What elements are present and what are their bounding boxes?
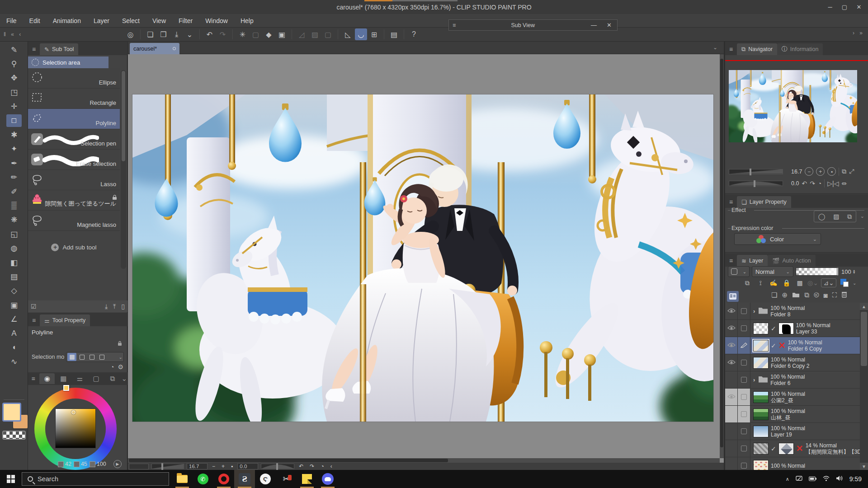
mode-subtract-icon[interactable] — [87, 353, 96, 361]
airbrush-tool-icon[interactable]: ▒ — [6, 199, 22, 212]
layer-thumbnail-checker[interactable] — [753, 323, 769, 334]
tab-tool-property[interactable]: ⚌ Tool Property — [40, 314, 90, 326]
snap-off-icon[interactable]: ◿ — [296, 28, 308, 40]
menu-layer[interactable]: Layer — [87, 14, 116, 28]
main-color-swatch[interactable] — [2, 403, 21, 422]
subtool-scrollbar[interactable] — [121, 70, 126, 269]
statusbar-collapse-button[interactable]: ‹ — [329, 463, 334, 469]
battery-icon[interactable] — [809, 476, 816, 483]
taskbar-app-whatsapp[interactable]: ✆ — [193, 470, 213, 488]
snap-area-icon[interactable]: ▢ — [322, 28, 334, 40]
new-layer-dialog-icon[interactable]: ⊕ — [782, 291, 788, 299]
color-menu-icon[interactable]: ≡ — [28, 373, 38, 385]
frame-tool-icon[interactable]: ▣ — [6, 299, 22, 311]
subtool-item-3[interactable]: Polyline — [28, 109, 120, 129]
lock-layer-icon[interactable]: 🔒 — [782, 278, 792, 287]
nav-rotate-reset-icon[interactable]: ◔ — [818, 180, 821, 187]
wrench-icon[interactable]: ⚙ — [118, 363, 123, 371]
lock-transparent-icon[interactable]: ▩ — [795, 278, 805, 287]
subtool-item-8[interactable]: Magnetic lasso — [28, 211, 120, 231]
decoration-tool-icon[interactable]: ❋ — [6, 214, 22, 226]
opacity-value[interactable]: 100 ▲▼ — [841, 268, 856, 275]
visibility-cell[interactable] — [725, 423, 738, 440]
navigator-menu-icon[interactable]: ≡ — [725, 43, 737, 55]
flip-horizontal-icon[interactable]: ▷|◁ — [827, 180, 839, 187]
line-correct-tool-icon[interactable]: ∿ — [6, 356, 22, 368]
fit-to-screen-icon[interactable]: ⧉ — [842, 168, 846, 175]
mode-new-icon[interactable] — [67, 353, 76, 361]
layer-scrollbar[interactable]: ▲ ▼ — [860, 303, 868, 470]
menu-view[interactable]: View — [146, 14, 172, 28]
subview-close-icon[interactable]: ✕ — [601, 22, 617, 28]
reference-layer-icon[interactable]: ⟟ — [755, 278, 765, 287]
start-button[interactable] — [0, 470, 22, 488]
eyedropper-tool-icon[interactable]: ✦ — [6, 143, 22, 155]
csp-home-icon[interactable]: ◎ — [124, 28, 137, 40]
maximize-button[interactable]: ▢ — [838, 2, 851, 13]
opacity-slider[interactable] — [796, 267, 839, 276]
new-raster-layer-icon[interactable]: ❏ — [771, 291, 777, 299]
transparent-color-swatch[interactable] — [2, 431, 26, 440]
fit-to-window-icon[interactable]: ⤢ — [849, 168, 854, 175]
close-button[interactable]: ✕ — [853, 2, 865, 13]
layer-thumbnail-flower[interactable] — [753, 460, 769, 470]
visibility-cell[interactable] — [725, 354, 738, 371]
move-layer-tool-icon[interactable]: ✛ — [6, 100, 22, 113]
layer-row-6[interactable]: 100 % Normal公園2_昼 — [725, 389, 860, 406]
gradient-tool-icon[interactable]: ▤ — [6, 270, 22, 283]
layerproperty-menu-icon[interactable]: ≡ — [725, 196, 737, 208]
expression-color-dropdown[interactable]: Color ⌄ — [734, 233, 821, 245]
scroll-up-icon[interactable]: ▲ — [860, 303, 868, 310]
snap-grid-icon[interactable]: ⊞ — [368, 28, 380, 40]
layer-thumbnail-forest[interactable] — [753, 408, 769, 420]
reselect-icon[interactable]: ▢ — [250, 28, 262, 40]
blend-tool-icon[interactable]: ◍ — [6, 242, 22, 255]
visibility-cell[interactable] — [725, 389, 738, 405]
tab-list-chevron-icon[interactable]: ⌄ — [713, 44, 717, 51]
nav-zoom-reset-button[interactable]: ▪ — [827, 167, 836, 176]
tab-information[interactable]: ⓘInformation — [777, 43, 823, 55]
canvas-rotation-value[interactable]: 0.0 — [237, 463, 258, 469]
add-sub-tool-button[interactable]: + Add sub tool — [28, 240, 120, 254]
tab-color-set[interactable]: ▦ — [56, 373, 71, 384]
visibility-cell[interactable] — [725, 320, 738, 337]
snap-angle-icon[interactable]: ▨ — [309, 28, 321, 40]
speaker-icon[interactable] — [836, 475, 843, 483]
navigator-rotation-slider[interactable] — [729, 181, 783, 186]
navigator-zoom-slider[interactable] — [729, 169, 783, 174]
auto-select-tool-icon[interactable]: ✱ — [6, 128, 22, 141]
tablet-pen-icon[interactable] — [796, 475, 802, 483]
eraser-tool-icon[interactable]: ◱ — [6, 228, 22, 240]
opacity-spinner[interactable]: ▲▼ — [853, 269, 856, 274]
color-panel-expand-icon[interactable]: ▶ — [113, 460, 122, 468]
canvas-rotation-slider[interactable] — [261, 464, 294, 469]
redo-icon[interactable]: ↷ — [217, 28, 229, 40]
canvas-horizontal-scrollbar[interactable] — [128, 458, 720, 463]
taskbar-app-clip-studio[interactable]: Ϛ — [255, 470, 276, 488]
save-chevron-icon[interactable]: ⌄ — [184, 28, 196, 40]
taskbar-app-sticky-notes[interactable] — [297, 470, 317, 488]
draw-target-cell[interactable] — [738, 440, 750, 457]
menu-select[interactable]: Select — [116, 14, 146, 28]
subtool-item-7[interactable]: 隙間無く囲って塗るツール — [28, 190, 120, 211]
new-file-icon[interactable]: ❏ — [144, 28, 156, 40]
subtool-item-5[interactable]: Erase selection — [28, 150, 120, 170]
toolproperty-menu-icon[interactable]: ≡ — [28, 314, 40, 326]
nav-rotate-cw-icon[interactable]: ↷ — [810, 180, 815, 187]
apply-mask-icon[interactable]: ⛶ — [832, 291, 837, 299]
delete-layer-icon[interactable] — [841, 291, 847, 299]
draw-target-cell[interactable] — [738, 457, 750, 470]
tab-layer-property[interactable]: ❏ Layer Property — [737, 196, 791, 208]
expand-arrow-icon[interactable]: › — [753, 376, 755, 383]
layer-row-10[interactable]: 100 % Normal — [725, 457, 860, 470]
subtool-menu-icon[interactable]: ≡ — [28, 43, 40, 55]
layer-row-2[interactable]: ✓100 % NormalLayer 33 — [725, 320, 860, 337]
layer-row-3[interactable]: ✓✕100 % NormalFolder 6 Copy — [725, 337, 860, 354]
menu-window[interactable]: Window — [199, 14, 234, 28]
pen-tool-icon[interactable]: ✒ — [6, 157, 22, 169]
layer-thumbnail-park[interactable] — [753, 391, 769, 403]
palette-color-dropdown[interactable]: ⌄ — [728, 266, 750, 277]
visibility-cell[interactable] — [725, 371, 738, 388]
timer-icon[interactable]: ◔ — [110, 363, 114, 371]
mode-add-icon[interactable] — [77, 353, 86, 361]
